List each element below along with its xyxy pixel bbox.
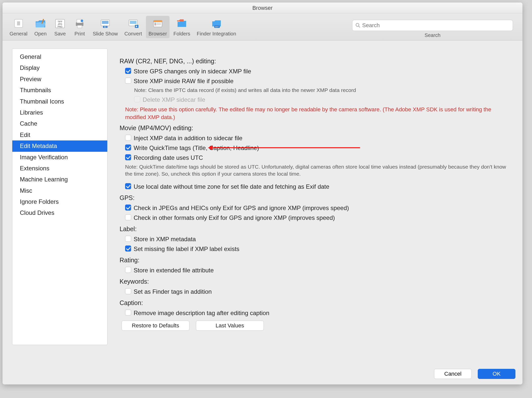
toolbar-open[interactable]: Open [31, 16, 49, 38]
svg-line-26 [359, 26, 360, 27]
toolbar-slideshow[interactable]: ▶|| Slide Show [90, 16, 120, 38]
use-local-date-label[interactable]: Use local date without time zone for set… [134, 182, 329, 191]
caption-remove-desc-checkbox[interactable] [125, 310, 131, 316]
label-set-missing-label[interactable]: Set missing file label if XMP label exis… [134, 244, 239, 254]
general-icon [12, 17, 25, 30]
gps-other-label[interactable]: Check in other formats only Exif for GPS… [134, 213, 335, 222]
body: GeneralDisplayPreviewThumbnailsThumbnail… [3, 40, 522, 365]
toolbar-label: Print [75, 31, 85, 37]
svg-rect-16 [130, 21, 136, 24]
label-set-missing-checkbox[interactable] [125, 245, 131, 252]
convert-icon [127, 17, 140, 30]
search-input[interactable] [362, 22, 510, 29]
slideshow-icon: ▶|| [99, 17, 112, 30]
store-xmp-inside-checkbox[interactable] [125, 78, 131, 84]
rating-section-title: Rating: [120, 257, 509, 264]
restore-defaults-button[interactable]: Restore to Defaults [122, 321, 189, 331]
save-icon: TIFFJPGPNG [54, 17, 67, 30]
toolbar-label: Open [34, 31, 47, 37]
sidebar-item-thumbnails[interactable]: Thumbnails [12, 85, 107, 96]
keywords-finder-tags-label[interactable]: Set as Finder tags in addition [134, 287, 212, 296]
last-values-button[interactable]: Last Values [196, 321, 264, 331]
store-gps-sidecar-label[interactable]: Store GPS changes only in sidecar XMP fi… [134, 67, 251, 76]
delete-xmp-label: Delete XMP sidecar file [143, 95, 205, 104]
sidebar-item-edit-metadata[interactable]: Edit Metadata [12, 140, 107, 152]
svg-text:▶||: ▶|| [104, 26, 107, 28]
svg-rect-18 [153, 20, 162, 22]
toolbar-save[interactable]: TIFFJPGPNG Save [51, 16, 69, 38]
sidebar-item-cache[interactable]: Cache [12, 118, 107, 129]
sidebar-item-extensions[interactable]: Extensions [12, 163, 107, 174]
toolbar-label: Save [54, 31, 66, 37]
toolbar-browser[interactable]: Browser [146, 16, 169, 38]
sidebar-item-preview[interactable]: Preview [12, 74, 107, 85]
search-icon [355, 23, 360, 28]
window-title: Browser [3, 3, 522, 13]
toolbar-label: Finder Integration [197, 31, 236, 37]
svg-text:EXT: EXT [215, 26, 219, 28]
svg-rect-19 [154, 23, 156, 24]
recording-date-utc-label[interactable]: Recording date uses UTC [134, 153, 203, 162]
label-store-xmp-label[interactable]: Store in XMP metadata [134, 235, 196, 244]
browser-icon [151, 17, 164, 30]
inject-xmp-checkbox[interactable] [125, 135, 131, 141]
svg-text:TIFF: TIFF [58, 20, 63, 23]
sidebar-item-libraries[interactable]: Libraries [12, 107, 107, 118]
keywords-section-title: Keywords: [120, 278, 509, 285]
caption-remove-desc-label[interactable]: Remove image description tag after editi… [134, 309, 269, 318]
svg-text:JPG: JPG [58, 23, 62, 25]
search-wrap: Search [352, 20, 513, 38]
sidebar-item-machine-learning[interactable]: Machine Learning [12, 174, 107, 185]
toolbar-label: Convert [124, 31, 142, 37]
toolbar-convert[interactable]: Convert [122, 16, 144, 38]
svg-text:PNG: PNG [58, 25, 63, 28]
delete-xmp-checkbox [134, 96, 140, 102]
svg-rect-12 [102, 21, 109, 24]
gps-jpeg-heic-label[interactable]: Check in JPEGs and HEICs only Exif for G… [134, 204, 349, 213]
footer: Cancel OK [3, 365, 522, 384]
svg-rect-1 [17, 21, 20, 25]
folders-icon [175, 17, 188, 30]
keywords-finder-tags-checkbox[interactable] [125, 288, 131, 294]
write-qt-checkbox[interactable] [125, 144, 131, 151]
toolbar-general[interactable]: General [7, 16, 30, 38]
store-gps-sidecar-checkbox[interactable] [125, 68, 131, 74]
gps-jpeg-heic-checkbox[interactable] [125, 205, 131, 211]
sidebar-item-display[interactable]: Display [12, 62, 107, 73]
sidebar-item-edit[interactable]: Edit [12, 129, 107, 140]
use-local-date-checkbox[interactable] [125, 183, 131, 189]
sidebar-item-image-verification[interactable]: Image Verification [12, 152, 107, 163]
rating-extended-attr-label[interactable]: Store in extended file attribute [134, 266, 214, 275]
toolbar-folders[interactable]: Folders [171, 16, 193, 38]
svg-rect-9 [77, 25, 82, 28]
svg-point-10 [81, 20, 83, 22]
qt-note: Note: QuickTime date/time tags should be… [125, 163, 509, 178]
store-xmp-inside-label[interactable]: Store XMP inside RAW file if possible [134, 77, 234, 86]
svg-rect-22 [156, 24, 161, 25]
svg-point-25 [356, 23, 359, 26]
toolbar-label: Folders [174, 31, 190, 37]
toolbar-finder-integration[interactable]: EXT Finder Integration [194, 16, 239, 38]
recording-date-utc-checkbox[interactable] [125, 154, 131, 160]
open-icon [34, 17, 47, 30]
movie-section-title: Movie (MP4/MOV) editing: [120, 124, 509, 132]
toolbar-print[interactable]: Print [71, 16, 89, 38]
inject-xmp-label[interactable]: Inject XMP data in addition to sidecar f… [134, 134, 242, 143]
sidebar-item-general[interactable]: General [12, 51, 107, 62]
write-qt-label[interactable]: Write QuickTime tags (Title, Caption, He… [134, 143, 259, 153]
raw-section-title: RAW (CR2, NEF, DNG, ...) editing: [120, 58, 509, 65]
sidebar-item-misc[interactable]: Misc [12, 185, 107, 196]
gps-other-checkbox[interactable] [125, 214, 131, 220]
cancel-button[interactable]: Cancel [434, 369, 472, 379]
svg-rect-20 [156, 23, 161, 24]
label-store-xmp-checkbox[interactable] [125, 236, 131, 242]
sidebar-item-thumbnail-icons[interactable]: Thumbnail Icons [12, 96, 107, 107]
search-box[interactable] [352, 20, 513, 31]
ok-button[interactable]: OK [478, 369, 515, 379]
content-panel: RAW (CR2, NEF, DNG, ...) editing: Store … [113, 48, 516, 345]
sidebar-item-cloud-drives[interactable]: Cloud Drives [12, 207, 107, 218]
rating-extended-attr-checkbox[interactable] [125, 267, 131, 273]
sidebar-item-ignore-folders[interactable]: Ignore Folders [12, 196, 107, 207]
sidebar: GeneralDisplayPreviewThumbnailsThumbnail… [12, 48, 108, 345]
print-icon [73, 17, 86, 30]
